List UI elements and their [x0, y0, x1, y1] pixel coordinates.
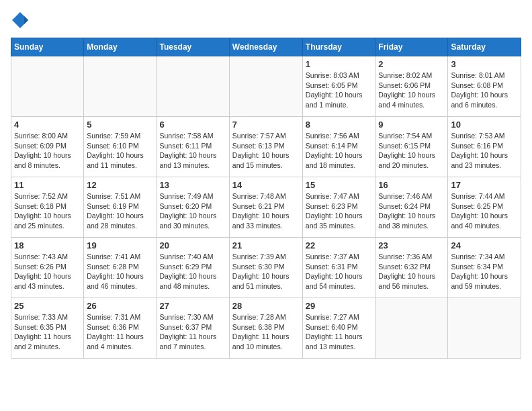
- calendar-cell: [157, 56, 229, 117]
- calendar-cell: [11, 56, 84, 117]
- calendar-cell: 22Sunrise: 7:37 AM Sunset: 6:31 PM Dayli…: [302, 238, 375, 298]
- day-info: Sunrise: 7:30 AM Sunset: 6:37 PM Dayligh…: [160, 312, 226, 352]
- day-info: Sunrise: 7:58 AM Sunset: 6:11 PM Dayligh…: [160, 131, 226, 171]
- logo-icon: [11, 11, 30, 30]
- day-number: 18: [14, 240, 81, 250]
- weekday-header-row: SundayMondayTuesdayWednesdayThursdayFrid…: [11, 38, 521, 56]
- day-number: 4: [14, 120, 81, 130]
- calendar-cell: 12Sunrise: 7:51 AM Sunset: 6:19 PM Dayli…: [84, 177, 157, 238]
- calendar-week-row: 1Sunrise: 8:03 AM Sunset: 6:05 PM Daylig…: [11, 56, 521, 117]
- day-info: Sunrise: 8:03 AM Sunset: 6:05 PM Dayligh…: [306, 71, 373, 110]
- calendar-body: 1Sunrise: 8:03 AM Sunset: 6:05 PM Daylig…: [11, 56, 521, 359]
- calendar-cell: 18Sunrise: 7:43 AM Sunset: 6:26 PM Dayli…: [11, 238, 84, 298]
- calendar-cell: [375, 298, 448, 359]
- day-info: Sunrise: 7:56 AM Sunset: 6:14 PM Dayligh…: [306, 131, 373, 171]
- day-number: 15: [306, 180, 373, 190]
- day-info: Sunrise: 7:37 AM Sunset: 6:31 PM Dayligh…: [306, 252, 373, 291]
- day-number: 10: [451, 120, 518, 130]
- day-number: 22: [306, 240, 373, 250]
- calendar-cell: 14Sunrise: 7:48 AM Sunset: 6:21 PM Dayli…: [229, 177, 302, 238]
- svg-marker-1: [24, 16, 28, 24]
- day-number: 26: [87, 301, 153, 311]
- day-number: 25: [14, 301, 81, 311]
- day-info: Sunrise: 7:34 AM Sunset: 6:34 PM Dayligh…: [451, 252, 518, 291]
- day-number: 12: [87, 180, 153, 190]
- calendar-cell: 28Sunrise: 7:28 AM Sunset: 6:38 PM Dayli…: [229, 298, 302, 359]
- calendar-cell: 29Sunrise: 7:27 AM Sunset: 6:40 PM Dayli…: [302, 298, 375, 359]
- calendar-cell: 23Sunrise: 7:36 AM Sunset: 6:32 PM Dayli…: [375, 238, 448, 298]
- calendar-table: SundayMondayTuesdayWednesdayThursdayFrid…: [11, 38, 521, 359]
- day-info: Sunrise: 7:39 AM Sunset: 6:30 PM Dayligh…: [232, 252, 300, 291]
- day-info: Sunrise: 7:48 AM Sunset: 6:21 PM Dayligh…: [232, 191, 300, 231]
- calendar-cell: 21Sunrise: 7:39 AM Sunset: 6:30 PM Dayli…: [229, 238, 302, 298]
- calendar-cell: 20Sunrise: 7:40 AM Sunset: 6:29 PM Dayli…: [157, 238, 229, 298]
- weekday-header-thursday: Thursday: [302, 38, 375, 56]
- day-info: Sunrise: 7:52 AM Sunset: 6:18 PM Dayligh…: [14, 191, 81, 231]
- weekday-header-friday: Friday: [375, 38, 448, 56]
- day-number: 27: [160, 301, 226, 311]
- day-number: 8: [306, 120, 373, 130]
- day-number: 9: [378, 120, 445, 130]
- calendar-cell: 9Sunrise: 7:54 AM Sunset: 6:15 PM Daylig…: [375, 117, 448, 177]
- day-info: Sunrise: 7:28 AM Sunset: 6:38 PM Dayligh…: [232, 312, 300, 352]
- day-number: 11: [14, 180, 81, 190]
- day-info: Sunrise: 7:57 AM Sunset: 6:13 PM Dayligh…: [232, 131, 300, 171]
- day-info: Sunrise: 7:53 AM Sunset: 6:16 PM Dayligh…: [451, 131, 518, 171]
- day-number: 20: [160, 240, 226, 250]
- day-info: Sunrise: 7:46 AM Sunset: 6:24 PM Dayligh…: [378, 191, 445, 231]
- day-info: Sunrise: 7:54 AM Sunset: 6:15 PM Dayligh…: [378, 131, 445, 171]
- day-number: 19: [87, 240, 153, 250]
- weekday-header-monday: Monday: [84, 38, 157, 56]
- day-info: Sunrise: 7:27 AM Sunset: 6:40 PM Dayligh…: [306, 312, 373, 352]
- calendar-cell: 6Sunrise: 7:58 AM Sunset: 6:11 PM Daylig…: [157, 117, 229, 177]
- calendar-week-row: 4Sunrise: 8:00 AM Sunset: 6:09 PM Daylig…: [11, 117, 521, 177]
- calendar-cell: 24Sunrise: 7:34 AM Sunset: 6:34 PM Dayli…: [448, 238, 521, 298]
- day-info: Sunrise: 7:49 AM Sunset: 6:20 PM Dayligh…: [160, 191, 226, 231]
- calendar-cell: 2Sunrise: 8:02 AM Sunset: 6:06 PM Daylig…: [375, 56, 448, 117]
- day-info: Sunrise: 7:44 AM Sunset: 6:25 PM Dayligh…: [451, 191, 518, 231]
- calendar-cell: [84, 56, 157, 117]
- day-info: Sunrise: 7:40 AM Sunset: 6:29 PM Dayligh…: [160, 252, 226, 291]
- calendar-cell: [229, 56, 302, 117]
- day-info: Sunrise: 7:43 AM Sunset: 6:26 PM Dayligh…: [14, 252, 81, 291]
- calendar-week-row: 11Sunrise: 7:52 AM Sunset: 6:18 PM Dayli…: [11, 177, 521, 238]
- day-number: 3: [451, 59, 518, 69]
- day-number: 7: [232, 120, 300, 130]
- calendar-cell: 10Sunrise: 7:53 AM Sunset: 6:16 PM Dayli…: [448, 117, 521, 177]
- day-number: 24: [451, 240, 518, 250]
- calendar-cell: 25Sunrise: 7:33 AM Sunset: 6:35 PM Dayli…: [11, 298, 84, 359]
- day-info: Sunrise: 7:33 AM Sunset: 6:35 PM Dayligh…: [14, 312, 81, 352]
- day-number: 16: [378, 180, 445, 190]
- day-number: 23: [378, 240, 445, 250]
- day-info: Sunrise: 7:31 AM Sunset: 6:36 PM Dayligh…: [87, 312, 153, 352]
- page-header: [11, 11, 521, 30]
- day-number: 28: [232, 301, 300, 311]
- weekday-header-saturday: Saturday: [448, 38, 521, 56]
- calendar-cell: 26Sunrise: 7:31 AM Sunset: 6:36 PM Dayli…: [84, 298, 157, 359]
- calendar-cell: 5Sunrise: 7:59 AM Sunset: 6:10 PM Daylig…: [84, 117, 157, 177]
- day-number: 13: [160, 180, 226, 190]
- day-info: Sunrise: 7:41 AM Sunset: 6:28 PM Dayligh…: [87, 252, 153, 291]
- calendar-cell: 3Sunrise: 8:01 AM Sunset: 6:08 PM Daylig…: [448, 56, 521, 117]
- day-number: 21: [232, 240, 300, 250]
- weekday-header-wednesday: Wednesday: [229, 38, 302, 56]
- calendar-cell: 4Sunrise: 8:00 AM Sunset: 6:09 PM Daylig…: [11, 117, 84, 177]
- logo: [11, 11, 32, 30]
- day-number: 5: [87, 120, 153, 130]
- calendar-header: SundayMondayTuesdayWednesdayThursdayFrid…: [11, 38, 521, 56]
- day-number: 14: [232, 180, 300, 190]
- calendar-cell: 15Sunrise: 7:47 AM Sunset: 6:23 PM Dayli…: [302, 177, 375, 238]
- weekday-header-tuesday: Tuesday: [157, 38, 229, 56]
- day-number: 2: [378, 59, 445, 69]
- day-info: Sunrise: 8:02 AM Sunset: 6:06 PM Dayligh…: [378, 71, 445, 110]
- day-number: 1: [306, 59, 373, 69]
- day-info: Sunrise: 8:00 AM Sunset: 6:09 PM Dayligh…: [14, 131, 81, 171]
- weekday-header-sunday: Sunday: [11, 38, 84, 56]
- day-info: Sunrise: 7:59 AM Sunset: 6:10 PM Dayligh…: [87, 131, 153, 171]
- calendar-week-row: 25Sunrise: 7:33 AM Sunset: 6:35 PM Dayli…: [11, 298, 521, 359]
- day-number: 6: [160, 120, 226, 130]
- day-info: Sunrise: 7:36 AM Sunset: 6:32 PM Dayligh…: [378, 252, 445, 291]
- calendar-cell: 11Sunrise: 7:52 AM Sunset: 6:18 PM Dayli…: [11, 177, 84, 238]
- day-number: 17: [451, 180, 518, 190]
- day-info: Sunrise: 7:47 AM Sunset: 6:23 PM Dayligh…: [306, 191, 373, 231]
